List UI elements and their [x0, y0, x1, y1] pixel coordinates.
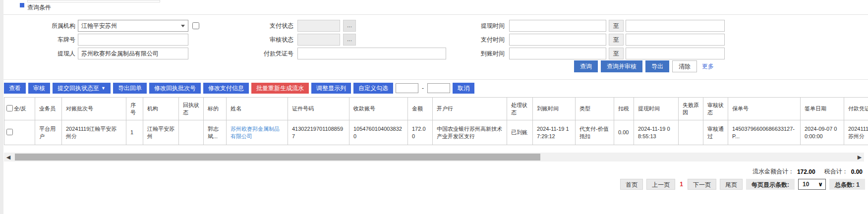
pay-time-start-input[interactable]: [509, 34, 606, 46]
cell-name[interactable]: 苏州欧赛邦金属制品有限公司: [227, 120, 288, 145]
left-gutter: [0, 0, 3, 214]
plate-label: 车牌号: [4, 34, 75, 46]
withdraw-time-end-input[interactable]: [626, 20, 725, 32]
withdraw-time-to-label: 至: [609, 20, 624, 32]
modify-receipt-batch-button[interactable]: 修改回执批次号: [149, 83, 201, 94]
page-size-select[interactable]: 10 ∨: [798, 179, 826, 190]
cell-fail-reason: [679, 120, 703, 145]
prev-page-button[interactable]: 上一页: [646, 179, 675, 190]
cell-arrival-time: 2024-11-19 17:29:12: [533, 120, 576, 145]
withdrawer-input[interactable]: [78, 48, 188, 59]
scroll-right-icon[interactable]: ▶: [855, 153, 864, 161]
export-receipt-button[interactable]: 导出回单: [113, 83, 147, 94]
select-all-label: 全/反: [14, 106, 26, 111]
column-header-receipt-status: 回执状态: [179, 98, 204, 120]
tax-total-label: 税合计：: [824, 167, 848, 176]
column-header-arrival-time: 到账时间: [533, 98, 576, 120]
arrive-time-end-input[interactable]: [626, 48, 725, 59]
cell-policy-no: 14503796600686633127-P...: [728, 120, 801, 145]
tax-total-value: 0.00: [851, 168, 863, 175]
arrive-time-start-input[interactable]: [509, 48, 606, 59]
column-header-id-number: 证件号码: [288, 98, 349, 120]
pay-status-input[interactable]: [297, 20, 340, 32]
regenerate-flow-button[interactable]: 批量重新生成流水: [251, 83, 309, 94]
table-header-row: 全/反业务员对账批次号序号机构回执状态标的姓名证件号码收款账号金额开户行处理状态…: [4, 98, 868, 120]
arrive-time-to-label: 至: [609, 48, 624, 59]
last-page-button[interactable]: 尾页: [720, 179, 743, 190]
column-header-sign-date: 签单日期: [801, 98, 844, 120]
cell-seq-no: 1: [126, 120, 143, 145]
export-button[interactable]: 导出: [645, 60, 669, 72]
pay-time-to-label: 至: [609, 34, 624, 46]
cell-payment-voucher: 20241119江翰平安苏州分: [844, 120, 868, 145]
voucher-label: 付款凭证号: [218, 48, 293, 59]
search-button[interactable]: 查询: [574, 60, 598, 72]
table-viewport: 全/反业务员对账批次号序号机构回执状态标的姓名证件号码收款账号金额开户行处理状态…: [4, 97, 868, 145]
withdrawer-label: 提现人: [4, 48, 75, 59]
horizontal-scrollbar[interactable]: ◀ ▶: [4, 153, 864, 161]
pay-status-picker-button[interactable]: ...: [343, 20, 356, 32]
first-page-button[interactable]: 首页: [620, 179, 643, 190]
table-row: 平台用户20241119江翰平安苏州分1江翰平安苏州郭志斌...苏州欧赛邦金属制…: [4, 120, 868, 145]
org-checkbox[interactable]: [192, 22, 199, 29]
pay-time-end-input[interactable]: [626, 34, 725, 46]
cell-type: 代支付-价值抵扣: [576, 120, 614, 145]
cell-bank: 中国农业银行苏州高新技术产业开发区支行: [433, 120, 507, 145]
search-and-audit-button[interactable]: 查询并审核: [601, 60, 642, 72]
total-count-label: 总条数: 1: [829, 179, 865, 190]
column-header-process-status: 处理状态: [507, 98, 533, 120]
clear-button[interactable]: 清除: [672, 60, 697, 72]
column-header-payment-voucher: 付款凭证号: [844, 98, 868, 120]
cell-sign-date: 2024-09-07 00:00:00: [801, 120, 844, 145]
audit-status-input[interactable]: [297, 34, 340, 46]
column-header-bank: 开户行: [433, 98, 507, 120]
column-header-subject: 标的: [204, 98, 227, 120]
panel-square-icon: [20, 3, 24, 7]
column-header-type: 类型: [576, 98, 614, 120]
range-separator: -: [421, 85, 425, 92]
query-section-title: 查询条件: [27, 3, 51, 12]
range-start-input[interactable]: [396, 83, 418, 93]
audit-button[interactable]: 审核: [28, 83, 50, 94]
adjust-columns-button[interactable]: 调整显示列: [311, 83, 351, 94]
pay-status-label: 支付状态: [218, 20, 293, 32]
cell-subject: 郭志斌...: [204, 120, 227, 145]
column-header-policy-no: 保单号: [728, 98, 801, 120]
form-divider: [3, 79, 868, 80]
custom-select-button[interactable]: 自定义勾选: [353, 83, 393, 94]
range-end-input[interactable]: [427, 83, 450, 93]
select-all-checkbox[interactable]: [6, 105, 13, 111]
cell-salesman: 平台用户: [35, 120, 62, 145]
page-size-label: 每页显示条数:: [746, 179, 795, 190]
cell-select-all[interactable]: [4, 120, 35, 145]
flow-total-value: 172.00: [797, 168, 815, 175]
next-page-button[interactable]: 下一页: [688, 179, 716, 190]
withdrawal-query-page: 查询条件 所属机构 江翰平安苏州 支付状态 ... 提现时间 至 车牌号 审核状…: [0, 0, 868, 214]
org-select[interactable]: 江翰平安苏州: [78, 20, 188, 32]
column-header-receiving-account: 收款账号: [349, 98, 408, 120]
flow-total-label: 流水金额合计：: [752, 167, 794, 176]
cell-process-status: 已到账: [507, 120, 533, 145]
arrive-time-label: 到账时间: [431, 48, 505, 59]
column-header-fail-reason: 失败原因: [679, 98, 703, 120]
plate-input[interactable]: [78, 34, 188, 46]
audit-status-picker-button[interactable]: ...: [343, 34, 356, 46]
chevron-down-icon: ▼: [101, 83, 106, 94]
scrollbar-thumb[interactable]: [15, 154, 540, 160]
modify-payment-info-button[interactable]: 修改支付信息: [203, 83, 249, 94]
voucher-input[interactable]: [297, 48, 446, 59]
scroll-left-icon[interactable]: ◀: [4, 153, 13, 161]
cancel-button[interactable]: 取消: [453, 83, 474, 94]
pay-time-label: 支付时间: [431, 34, 505, 46]
view-button[interactable]: 查看: [4, 83, 26, 94]
submit-receipt-status-button[interactable]: 提交回执状态至▼: [53, 83, 111, 94]
current-page-number: 1: [679, 181, 684, 188]
row-checkbox[interactable]: [6, 129, 13, 135]
more-link[interactable]: 更多: [700, 62, 714, 71]
page-size-value: 10: [803, 181, 809, 188]
chevron-down-icon: [181, 25, 185, 27]
summary-totals: 流水金额合计： 172.00 税合计： 0.00: [752, 167, 863, 176]
results-table: 全/反业务员对账批次号序号机构回执状态标的姓名证件号码收款账号金额开户行处理状态…: [4, 97, 868, 145]
withdraw-time-start-input[interactable]: [509, 20, 606, 32]
org-label: 所属机构: [4, 20, 75, 32]
